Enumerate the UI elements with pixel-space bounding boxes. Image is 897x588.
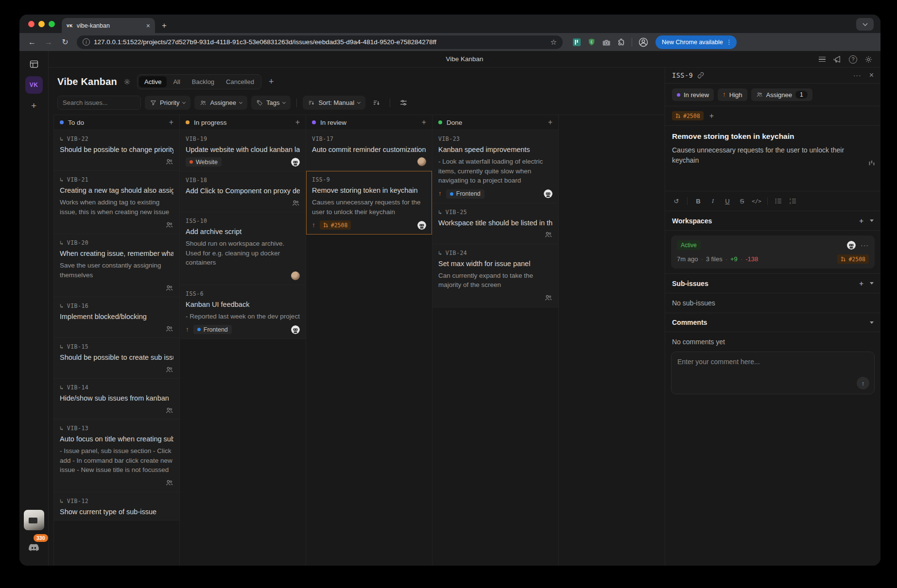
puzzle-extensions-icon[interactable]: [617, 38, 626, 47]
issue-card[interactable]: ↳VIB-13Auto focus on title when creating…: [54, 420, 179, 492]
bold-button[interactable]: B: [692, 195, 705, 207]
issue-card[interactable]: ↳VIB-25Workspace title should be listed …: [432, 203, 558, 244]
issue-card[interactable]: ISS-6Kanban UI feedback- Reported last w…: [180, 285, 306, 339]
url-bar[interactable]: i 127.0.0.1:51522/projects/27d527b9-931d…: [77, 35, 563, 49]
tab-search-button[interactable]: [856, 18, 874, 31]
assign-people-icon[interactable]: [165, 406, 173, 415]
workspace-card[interactable]: Active ··· 7m ago· 3 files· +9· -13: [671, 235, 875, 269]
add-card-button[interactable]: +: [422, 118, 426, 127]
tab-close-icon[interactable]: ×: [146, 22, 150, 30]
issue-card[interactable]: ↳VIB-20When creating issue, remember wha…: [54, 234, 179, 297]
sort-button[interactable]: Sort: Manual: [303, 96, 365, 110]
code-button[interactable]: </>: [750, 195, 763, 207]
agent-avatar[interactable]: [291, 325, 300, 334]
status-chip[interactable]: In review: [672, 88, 714, 101]
minimize-window-button[interactable]: [38, 21, 45, 27]
underline-button[interactable]: U: [721, 195, 734, 207]
agent-avatar[interactable]: [417, 221, 426, 230]
workspace-pr-badge[interactable]: #2508: [837, 254, 869, 264]
issue-card[interactable]: ISS-10Add archive scriptShould run on wo…: [180, 212, 306, 285]
search-input[interactable]: [57, 96, 141, 110]
close-window-button[interactable]: [28, 21, 34, 27]
discord-button[interactable]: 330: [24, 538, 44, 558]
add-pr-button[interactable]: +: [709, 112, 714, 120]
issue-card[interactable]: ↳VIB-22Should be possible to change prio…: [54, 130, 179, 171]
collapse-comments-icon[interactable]: [870, 321, 874, 324]
issue-card[interactable]: ↳VIB-12Show current type of sub-issue: [54, 492, 179, 521]
italic-button[interactable]: I: [707, 195, 719, 207]
user-avatar[interactable]: [24, 510, 44, 530]
issue-menu-button[interactable]: ···: [853, 71, 862, 79]
add-view-button[interactable]: +: [269, 77, 274, 87]
bookmark-star-icon[interactable]: ☆: [551, 38, 557, 47]
strikethrough-button[interactable]: S: [736, 195, 748, 207]
tags-filter-button[interactable]: Tags: [251, 96, 291, 110]
issue-card[interactable]: VIB-17Auto commit reminder customization…: [306, 130, 432, 171]
pr-badge[interactable]: #2508: [672, 111, 704, 120]
pr-badge[interactable]: #2508: [320, 220, 351, 230]
reload-button[interactable]: ↻: [58, 35, 72, 49]
collapse-workspaces-icon[interactable]: [870, 219, 874, 222]
undo-button[interactable]: ↺: [670, 195, 683, 207]
assign-people-icon[interactable]: [165, 221, 173, 229]
menu-icon[interactable]: [819, 57, 826, 62]
sidebar-toggle-button[interactable]: [25, 55, 43, 73]
add-card-button[interactable]: +: [295, 118, 300, 127]
copy-link-icon[interactable]: [697, 72, 704, 79]
issue-card[interactable]: ↳VIB-24Set max width for issue panelCan …: [432, 244, 558, 307]
add-card-button[interactable]: +: [169, 118, 173, 127]
site-info-icon[interactable]: i: [83, 38, 90, 46]
collapse-subissues-icon[interactable]: [870, 282, 874, 285]
agent-avatar[interactable]: [544, 189, 552, 198]
assign-people-icon[interactable]: [292, 199, 300, 207]
browser-menu-icon[interactable]: ⋮: [726, 38, 733, 46]
display-options-button[interactable]: [396, 96, 411, 110]
help-icon[interactable]: ?: [849, 55, 857, 64]
issue-card[interactable]: ↳VIB-15Should be possible to create sub …: [54, 338, 179, 379]
priority-filter-button[interactable]: Priority: [145, 96, 190, 110]
close-panel-icon[interactable]: ×: [869, 71, 874, 80]
resize-grabber-icon[interactable]: [869, 160, 875, 167]
issue-card[interactable]: VIB-18Add Click to Component on proxy de…: [180, 171, 306, 212]
assign-people-icon[interactable]: [165, 479, 173, 487]
assign-people-icon[interactable]: [165, 366, 173, 374]
maximize-window-button[interactable]: [49, 21, 55, 27]
assign-people-icon[interactable]: [165, 325, 173, 333]
announcements-megaphone-icon[interactable]: [833, 55, 842, 64]
priority-chip[interactable]: ↑ High: [718, 88, 747, 101]
comment-box[interactable]: ↑: [671, 352, 875, 394]
tag-chip[interactable]: Website: [186, 157, 222, 167]
tag-chip[interactable]: Frontend: [193, 325, 232, 334]
profile-icon[interactable]: [638, 37, 649, 48]
issue-card[interactable]: ISS-9Remove storing token in keychainCau…: [306, 171, 432, 235]
assign-people-icon[interactable]: [165, 284, 173, 292]
view-tab-backlog[interactable]: Backlog: [187, 76, 220, 87]
bullet-list-button[interactable]: [772, 195, 785, 207]
assign-people-icon[interactable]: [544, 294, 552, 302]
issue-card[interactable]: ↳VIB-21Creating a new tag should also as…: [54, 171, 179, 234]
view-tab-active[interactable]: Active: [139, 76, 167, 87]
forward-button[interactable]: →: [42, 35, 55, 49]
issue-card[interactable]: VIB-19Update website with cloud kanban l…: [180, 130, 306, 171]
issue-card[interactable]: ↳VIB-14Hide/show sub issues from kanban: [54, 379, 179, 420]
tag-chip[interactable]: Frontend: [446, 189, 484, 199]
comment-input[interactable]: [677, 358, 868, 380]
back-button[interactable]: ←: [25, 35, 39, 49]
assignee-chip[interactable]: Assignee 1: [751, 88, 812, 101]
settings-gear-icon[interactable]: [864, 55, 873, 64]
user-avatar[interactable]: [417, 157, 426, 166]
add-card-button[interactable]: +: [548, 118, 552, 127]
view-tab-cancelled[interactable]: Cancelled: [221, 76, 259, 87]
issue-card[interactable]: VIB-23Kanban speed improvements- Look at…: [432, 130, 558, 203]
assignee-filter-button[interactable]: Assignee: [194, 96, 247, 110]
extension-icon[interactable]: [572, 38, 581, 47]
browser-tab[interactable]: VK vibe-kanban ×: [62, 18, 155, 33]
user-avatar[interactable]: [291, 271, 300, 280]
add-workspace-button[interactable]: +: [859, 217, 863, 225]
issue-body[interactable]: Remove storing token in keychain Causes …: [665, 126, 880, 191]
add-project-button[interactable]: +: [25, 97, 43, 115]
assign-people-icon[interactable]: [544, 231, 552, 239]
agent-avatar[interactable]: [291, 158, 300, 167]
send-comment-button[interactable]: ↑: [857, 377, 869, 389]
add-subissue-button[interactable]: +: [859, 279, 863, 287]
